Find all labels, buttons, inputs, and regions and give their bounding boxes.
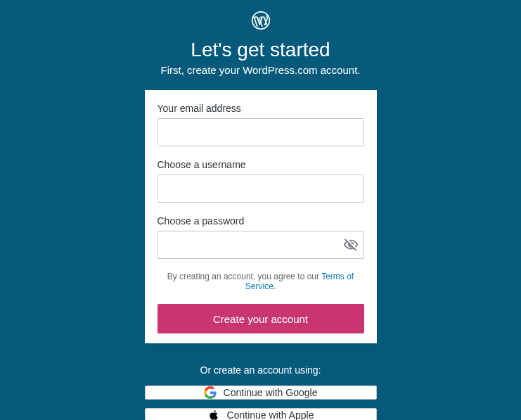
- visibility-off-icon[interactable]: [343, 237, 359, 253]
- google-icon: [204, 386, 217, 399]
- username-field[interactable]: [157, 174, 364, 203]
- username-label: Choose a username: [157, 159, 364, 170]
- wordpress-logo-icon: [251, 11, 271, 33]
- page-title: Let's get started: [191, 39, 330, 61]
- continue-apple-button[interactable]: Continue with Apple: [145, 408, 377, 420]
- terms-text: By creating an account, you agree to our…: [157, 272, 364, 291]
- signup-form: Your email address Choose a username Cho…: [145, 90, 377, 343]
- password-label: Choose a password: [157, 215, 364, 227]
- page-subtitle: First, create your WordPress.com account…: [161, 64, 361, 76]
- create-account-button[interactable]: Create your account: [157, 304, 364, 333]
- email-label: Your email address: [157, 103, 364, 114]
- email-field[interactable]: [157, 118, 364, 146]
- continue-google-button[interactable]: Continue with Google: [145, 386, 377, 400]
- google-button-label: Continue with Google: [224, 387, 318, 398]
- alt-signup-heading: Or create an account using:: [200, 364, 321, 376]
- apple-button-label: Continue with Apple: [227, 409, 314, 420]
- password-field[interactable]: [157, 231, 364, 259]
- apple-icon: [207, 409, 220, 420]
